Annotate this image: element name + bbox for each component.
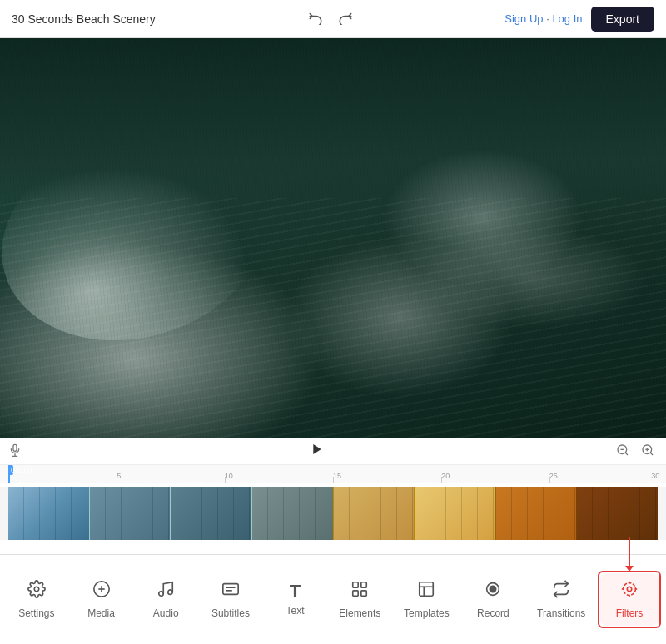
tool-media[interactable]: Media (72, 573, 131, 626)
filters-arrow (629, 537, 630, 567)
tick-20 (441, 477, 442, 483)
playhead-time: 0:00.0 (8, 465, 13, 475)
auth-links: Sign Up · Log In (504, 12, 582, 25)
clip-segment-6[interactable] (414, 487, 495, 540)
tick-25 (549, 477, 550, 483)
log-in-link[interactable]: Log In (552, 12, 582, 25)
filters-icon (620, 580, 639, 603)
clip-thumb-overlay-8 (577, 487, 658, 540)
play-button[interactable] (311, 443, 324, 460)
clip-segment-7[interactable] (495, 487, 577, 540)
ruler-label-15: 15 (333, 472, 341, 480)
svg-rect-19 (361, 582, 366, 587)
undo-redo-controls (303, 7, 358, 32)
tool-subtitles[interactable]: Subtitles (201, 573, 260, 626)
video-preview (0, 38, 666, 438)
clip-segment-5[interactable] (333, 487, 415, 540)
bottom-toolbar: Settings Media Audio Subtitles (0, 554, 666, 644)
svg-line-6 (650, 453, 653, 455)
clip-segment-4[interactable] (251, 487, 333, 540)
transitions-label: Transitions (537, 607, 585, 619)
record-label: Record (477, 607, 509, 619)
ruler-marks: 5 10 15 20 25 30 (8, 465, 658, 483)
tick-10 (225, 477, 226, 483)
svg-marker-1 (313, 444, 321, 454)
media-label: Media (87, 607, 115, 619)
clip-segment-8[interactable] (576, 487, 658, 540)
clip-thumb-overlay-4 (252, 487, 333, 540)
timeline-ruler: 0:00.0 5 10 15 20 25 30 (0, 465, 666, 483)
svg-point-13 (159, 592, 164, 597)
clip-segment-2[interactable] (89, 487, 171, 540)
clip-track[interactable] (0, 487, 666, 540)
svg-rect-22 (420, 582, 434, 597)
redo-button[interactable] (333, 7, 358, 32)
clip-segment-3[interactable] (170, 487, 251, 540)
undo-button[interactable] (303, 7, 328, 32)
mic-icon (8, 443, 22, 460)
svg-rect-21 (361, 591, 366, 596)
clip-thumb-overlay-3 (171, 487, 251, 540)
audio-icon (157, 580, 175, 603)
filters-label: Filters (616, 607, 644, 619)
tool-templates[interactable]: Templates (395, 573, 458, 626)
header: 30 Seconds Beach Scenery Sign Up · Log I… (0, 0, 666, 38)
clip-thumb-overlay-7 (496, 487, 577, 540)
record-icon (484, 580, 502, 603)
transitions-icon (552, 580, 570, 603)
ruler-label-30: 30 (651, 472, 659, 480)
svg-point-27 (627, 587, 632, 592)
playhead: 0:00.0 (8, 465, 10, 483)
svg-rect-18 (353, 582, 358, 587)
ruler-label-20: 20 (441, 472, 450, 480)
tool-transitions[interactable]: Transitions (529, 573, 594, 626)
tool-record[interactable]: Record (464, 573, 522, 626)
elements-label: Elements (339, 607, 380, 619)
svg-rect-20 (353, 591, 358, 596)
clip-thumb-overlay-5 (334, 487, 415, 540)
timeline-toolbar (0, 438, 666, 465)
audio-label: Audio (153, 607, 179, 619)
elements-icon (350, 580, 369, 603)
header-right: Sign Up · Log In Export (504, 7, 654, 32)
text-icon: T (290, 582, 301, 601)
timeline-section: 0:00.0 5 10 15 20 25 30 (0, 438, 666, 554)
svg-rect-15 (223, 584, 238, 595)
svg-rect-0 (13, 444, 17, 451)
svg-point-26 (490, 586, 496, 592)
clip-segment-1[interactable] (8, 487, 89, 540)
tool-audio[interactable]: Audio (137, 573, 195, 626)
texture-lines (0, 38, 666, 438)
ocean-background (0, 38, 666, 438)
tool-text[interactable]: T Text (266, 576, 325, 623)
clip-thumb-overlay-2 (90, 487, 171, 540)
svg-line-3 (625, 453, 628, 455)
subtitles-label: Subtitles (211, 607, 250, 619)
tick-5 (117, 477, 117, 483)
sign-up-link[interactable]: Sign Up (504, 12, 543, 25)
clip-strip (8, 487, 658, 540)
svg-point-14 (168, 590, 173, 595)
tool-filters[interactable]: Filters (600, 573, 659, 626)
project-title: 30 Seconds Beach Scenery (12, 12, 156, 26)
media-icon (92, 580, 111, 603)
settings-icon (27, 580, 46, 603)
zoom-controls (613, 442, 658, 461)
svg-point-28 (624, 583, 636, 596)
subtitles-icon (221, 580, 240, 603)
zoom-in-button[interactable] (638, 442, 658, 461)
zoom-out-button[interactable] (613, 442, 633, 461)
tool-elements[interactable]: Elements (331, 573, 389, 626)
export-button[interactable]: Export (591, 7, 654, 32)
clip-thumb-overlay-6 (415, 487, 495, 540)
svg-point-9 (34, 587, 39, 592)
tick-15 (333, 477, 334, 483)
clip-thumb-overlay-1 (8, 487, 89, 540)
filters-arrow-head (625, 566, 634, 572)
settings-label: Settings (18, 607, 54, 619)
tool-settings[interactable]: Settings (7, 573, 66, 626)
templates-icon (417, 580, 435, 603)
templates-label: Templates (404, 607, 450, 619)
ruler-label-10: 10 (225, 472, 233, 480)
ruler-label-25: 25 (549, 472, 558, 480)
